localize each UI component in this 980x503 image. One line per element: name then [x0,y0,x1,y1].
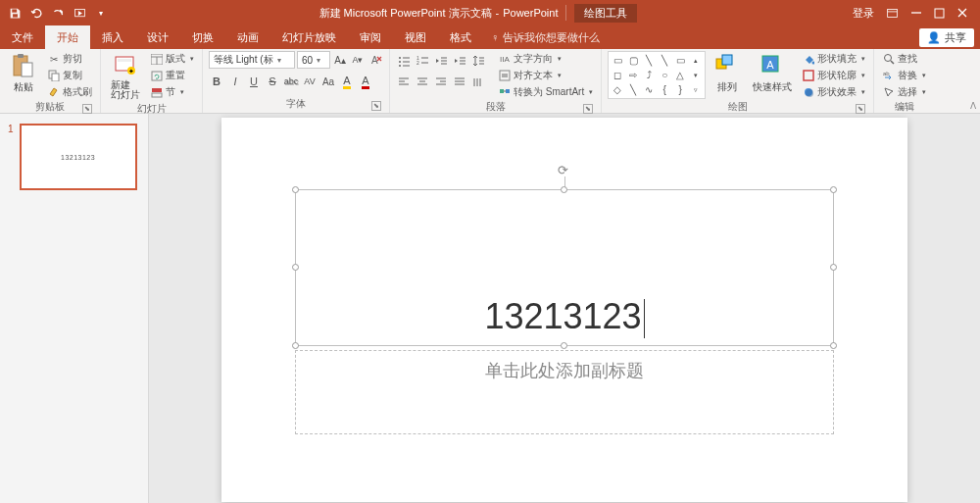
resize-handle[interactable] [561,342,567,349]
align-center-button[interactable] [415,74,430,89]
collapse-ribbon-icon[interactable]: ᐱ [970,101,976,111]
subtitle-textbox[interactable]: 单击此处添加副标题 [295,350,834,434]
tell-me-search[interactable]: ♀ 告诉我你想要做什么 [491,30,600,45]
title-text[interactable]: 13213123 [296,296,833,338]
resize-handle[interactable] [561,186,567,193]
arrange-button[interactable]: 排列 [710,51,745,96]
shape-arrow-icon[interactable]: △ [673,69,687,81]
qat-dropdown-icon[interactable]: ▾ [94,6,108,20]
shapes-gallery[interactable]: ▭▢╲╲▭▴ ◻⇨⤴○△▾ ◇╲∿{}▿ [608,51,706,99]
underline-button[interactable]: U [246,74,262,89]
tab-format[interactable]: 格式 [438,25,483,49]
ribbon-display-icon[interactable] [886,7,899,20]
italic-button[interactable]: I [227,74,243,89]
maximize-icon[interactable] [934,8,945,19]
font-size-combo[interactable]: 60▾ [297,51,330,69]
change-case-button[interactable]: Aa [320,74,336,89]
slide[interactable]: ⟳ 13213123 单击此处添加副标题 [221,118,907,502]
resize-handle[interactable] [830,342,837,349]
start-from-beginning-icon[interactable] [73,6,86,20]
columns-button[interactable] [470,74,486,89]
shape-arrow-icon[interactable]: ⇨ [626,69,640,81]
shadow-button[interactable]: abc [283,74,299,89]
minimize-icon[interactable] [910,7,922,19]
slide-canvas[interactable]: ⟳ 13213123 单击此处添加副标题 [149,114,980,503]
justify-button[interactable] [452,74,467,89]
resize-handle[interactable] [292,186,299,193]
format-painter-button[interactable]: 格式刷 [45,84,94,100]
resize-handle[interactable] [830,264,837,271]
tab-view[interactable]: 视图 [393,25,438,49]
title-textbox[interactable]: ⟳ 13213123 [295,189,834,346]
smartart-button[interactable]: 转换为 SmartArt▾ [496,84,595,100]
shape-brace-icon[interactable]: { [658,83,671,96]
login-link[interactable]: 登录 [853,6,874,21]
tab-slideshow[interactable]: 幻灯片放映 [270,25,348,49]
tab-design[interactable]: 设计 [135,25,180,49]
shape-callout-icon[interactable]: ◻ [611,69,624,81]
thumb-preview[interactable]: 13213123 [20,124,137,190]
find-button[interactable]: 查找 [880,51,928,67]
shape-brace-icon[interactable]: } [673,83,687,96]
text-direction-button[interactable]: IIA文字方向▾ [496,51,595,67]
decrease-font-icon[interactable]: A▾ [350,52,366,68]
new-slide-button[interactable]: ✦ 新建 幻灯片 [107,51,144,102]
bold-button[interactable]: B [209,74,224,89]
rotate-handle-icon[interactable]: ⟳ [558,163,571,176]
tab-home[interactable]: 开始 [45,25,90,49]
align-right-button[interactable] [433,74,449,89]
close-icon[interactable] [956,7,968,19]
cut-button[interactable]: ✂剪切 [45,51,94,67]
increase-font-icon[interactable]: A▴ [332,52,348,68]
shape-curve-icon[interactable]: ∿ [642,83,656,96]
more-icon[interactable]: ▿ [689,83,703,96]
shape-line-icon[interactable]: ╲ [658,54,671,67]
line-spacing-button[interactable] [470,53,486,69]
more-up-icon[interactable]: ▴ [689,54,703,67]
resize-handle[interactable] [830,186,837,193]
paste-button[interactable]: 粘贴 [6,51,41,96]
numbering-button[interactable]: 12 [415,53,430,69]
shape-line-icon[interactable]: ╲ [626,83,640,96]
indent-increase-button[interactable] [452,53,467,69]
tab-review[interactable]: 审阅 [348,25,393,49]
font-color-button[interactable]: A [358,74,373,89]
section-button[interactable]: 节▾ [148,84,196,100]
share-button[interactable]: 👤 共享 [919,28,974,47]
tab-animation[interactable]: 动画 [225,25,270,49]
more-down-icon[interactable]: ▾ [689,69,703,81]
dialog-launcher-icon[interactable]: ⬊ [583,104,593,114]
subtitle-placeholder[interactable]: 单击此处添加副标题 [296,359,833,382]
dialog-launcher-icon[interactable]: ⬊ [371,101,381,111]
quick-styles-button[interactable]: A 快速样式 [749,51,796,96]
shape-rect-icon[interactable]: ▭ [611,54,624,67]
strike-button[interactable]: S [265,74,280,89]
font-name-combo[interactable]: 等线 Light (标▾ [209,51,295,69]
resize-handle[interactable] [292,342,299,349]
shape-rect-icon[interactable]: ▭ [673,54,687,67]
shape-oval-icon[interactable]: ○ [658,69,671,81]
align-text-button[interactable]: 对齐文本▾ [496,68,595,83]
dialog-launcher-icon[interactable]: ⬊ [82,104,92,114]
shape-connector-icon[interactable]: ◇ [611,83,624,96]
replace-button[interactable]: ab替换▾ [880,68,928,83]
layout-button[interactable]: 版式▾ [148,51,196,67]
redo-icon[interactable] [51,6,65,20]
clear-format-icon[interactable]: A [368,52,383,68]
char-spacing-button[interactable]: AV [302,74,318,89]
shape-rect-icon[interactable]: ▢ [626,54,640,67]
shape-line-icon[interactable]: ╲ [642,54,656,67]
dialog-launcher-icon[interactable]: ⬊ [856,104,865,114]
shape-outline-button[interactable]: 形状轮廓▾ [800,68,867,83]
copy-button[interactable]: 复制 [45,68,94,83]
align-left-button[interactable] [396,74,412,89]
select-button[interactable]: 选择▾ [880,84,928,100]
resize-handle[interactable] [292,264,299,271]
shape-effects-button[interactable]: 形状效果▾ [800,84,867,100]
undo-icon[interactable] [29,6,43,20]
indent-decrease-button[interactable] [433,53,449,69]
shape-brace-icon[interactable]: ⤴ [642,69,656,81]
tab-file[interactable]: 文件 [0,25,45,49]
reset-button[interactable]: 重置 [148,68,196,83]
tab-insert[interactable]: 插入 [90,25,135,49]
